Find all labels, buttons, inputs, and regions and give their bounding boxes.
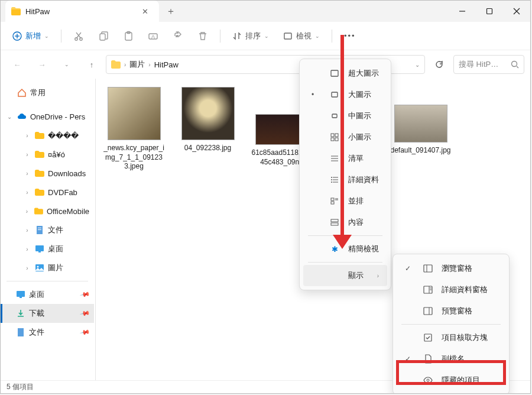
svg-point-7 — [75, 37, 77, 40]
menu-item-details-pane[interactable]: 詳細資料窗格 — [397, 279, 505, 300]
new-button[interactable]: 新增 ⌄ — [8, 26, 54, 46]
minimize-button[interactable] — [449, 1, 476, 22]
menu-item-details[interactable]: 詳細資料 — [303, 169, 387, 190]
sidebar-item-documents[interactable]: 文件📌 — [1, 323, 94, 342]
menu-item-checkboxes[interactable]: 項目核取方塊 — [397, 327, 505, 348]
folder-icon — [35, 169, 44, 177]
menu-item-lg-icons[interactable]: •大圖示 — [303, 84, 387, 105]
menu-item-show[interactable]: 顯示› — [303, 265, 387, 286]
back-button[interactable]: ← — [7, 54, 28, 75]
menu-item-md-icons[interactable]: 中圖示 — [303, 105, 387, 127]
cut-button[interactable] — [69, 26, 89, 46]
download-icon — [16, 309, 25, 318]
new-label: 新增 — [25, 31, 41, 41]
sidebar-item[interactable]: ›文件 — [1, 221, 94, 239]
sidebar-item[interactable]: ›DVDFab — [1, 183, 94, 202]
recent-button[interactable]: ⌄ — [56, 54, 77, 75]
sidebar: 常用 ⌄OneDrive - Pers ›���� ›¤å¥ó ›Downloa… — [1, 79, 94, 380]
new-tab-button[interactable]: ＋ — [161, 2, 180, 21]
rename-button[interactable]: A — [143, 26, 163, 46]
svg-rect-48 — [331, 223, 338, 225]
share-icon — [173, 31, 183, 41]
sidebar-item[interactable]: ›桌面 — [1, 239, 94, 258]
menu-item-sm-icons[interactable]: 小圖示 — [303, 127, 387, 148]
delete-button[interactable] — [193, 26, 213, 46]
file-item[interactable]: 04_092238.jpg — [177, 87, 239, 153]
item-count: 5 個項目 — [7, 382, 34, 392]
svg-rect-46 — [331, 202, 334, 204]
close-tab-button[interactable]: ✕ — [138, 4, 152, 18]
maximize-button[interactable] — [476, 1, 503, 22]
menu-item-compact[interactable]: ✱精簡檢視 — [303, 238, 387, 260]
paste-icon — [123, 31, 134, 41]
breadcrumb[interactable]: 圖片 — [129, 59, 145, 70]
svg-rect-55 — [424, 307, 432, 315]
tab[interactable]: HitPaw ✕ — [5, 1, 159, 22]
more-button[interactable]: ••• — [339, 26, 361, 46]
pane-splitter[interactable] — [94, 79, 97, 380]
menu-item-extensions[interactable]: ✓副檔名 — [397, 348, 505, 370]
pin-icon: 📌 — [80, 327, 91, 338]
menu-item-preview-pane[interactable]: 預覽窗格 — [397, 300, 505, 322]
sort-button[interactable]: 排序⌄ — [228, 26, 274, 46]
svg-point-41 — [331, 179, 332, 180]
view-menu: 超大圖示 •大圖示 中圖示 小圖示 清單 詳細資料 並排 內容 ✱精簡檢視 顯示… — [299, 59, 391, 290]
sidebar-item[interactable]: ›OfficeMobile — [1, 202, 94, 221]
home-icon — [17, 88, 27, 98]
svg-point-58 — [427, 379, 429, 381]
menu-item-hidden-items[interactable]: 隱藏的項目 — [397, 370, 505, 391]
menu-item-content[interactable]: 內容 — [303, 212, 387, 233]
svg-rect-28 — [332, 92, 338, 97]
svg-rect-25 — [20, 297, 22, 298]
view-button[interactable]: 檢視⌄ — [278, 26, 325, 46]
breadcrumb[interactable]: HitPaw — [154, 60, 179, 69]
document-icon — [16, 328, 25, 337]
sidebar-item-desktop[interactable]: 桌面📌 — [1, 285, 94, 304]
svg-rect-47 — [331, 219, 338, 222]
nav-bar: ← → ⌄ ↑ › 圖片 › HitPaw ⌄ 搜尋 HitP… — [1, 50, 530, 79]
menu-item-nav-pane[interactable]: ✓瀏覽窗格 — [397, 258, 505, 279]
cut-icon — [73, 31, 84, 41]
folder-icon — [35, 188, 44, 196]
share-button[interactable] — [168, 26, 188, 46]
svg-rect-57 — [424, 334, 432, 341]
svg-rect-21 — [38, 251, 41, 252]
sidebar-item-downloads[interactable]: 下載📌 — [1, 304, 94, 323]
chevron-down-icon[interactable]: ⌄ — [415, 61, 420, 68]
trash-icon — [197, 31, 208, 41]
chevron-right-icon: › — [148, 61, 150, 68]
file-item[interactable]: _news.kcy_paper_img_7_1_1_091233.jpeg — [103, 87, 165, 171]
folder-icon — [111, 60, 121, 69]
up-button[interactable]: ↑ — [81, 54, 102, 75]
menu-item-list[interactable]: 清單 — [303, 148, 387, 169]
sidebar-item[interactable]: ›Downloads — [1, 164, 94, 183]
cloud-icon — [17, 113, 27, 120]
copy-button[interactable] — [93, 26, 113, 46]
forward-button[interactable]: → — [31, 54, 53, 75]
folder-icon — [35, 131, 44, 140]
svg-rect-26 — [18, 328, 24, 336]
sidebar-item[interactable]: ›¤å¥ó — [1, 145, 94, 164]
svg-rect-43 — [331, 198, 334, 200]
refresh-button[interactable] — [429, 54, 450, 75]
svg-point-40 — [331, 177, 332, 178]
svg-rect-32 — [331, 138, 334, 141]
close-window-button[interactable] — [503, 1, 530, 22]
chevron-right-icon: › — [377, 273, 379, 279]
sidebar-item-onedrive[interactable]: ⌄OneDrive - Pers — [1, 107, 94, 126]
sidebar-item[interactable]: ›���� — [1, 126, 94, 145]
menu-item-tiles[interactable]: 並排 — [303, 190, 387, 212]
search-input[interactable]: 搜尋 HitP… — [453, 55, 524, 74]
svg-rect-1 — [487, 9, 492, 14]
svg-point-8 — [80, 37, 82, 40]
sidebar-item-home[interactable]: 常用 — [1, 83, 94, 102]
tab-title: HitPaw — [25, 7, 133, 16]
sidebar-item[interactable]: ›圖片 — [1, 258, 94, 277]
svg-rect-18 — [38, 228, 41, 228]
chevron-right-icon: › — [124, 61, 126, 68]
svg-text:A: A — [151, 34, 155, 40]
menu-item-xl-icons[interactable]: 超大圖示 — [303, 63, 387, 84]
paste-button[interactable] — [118, 26, 138, 46]
file-item[interactable]: default_091407.jpg — [390, 105, 452, 156]
folder-icon — [35, 150, 44, 158]
